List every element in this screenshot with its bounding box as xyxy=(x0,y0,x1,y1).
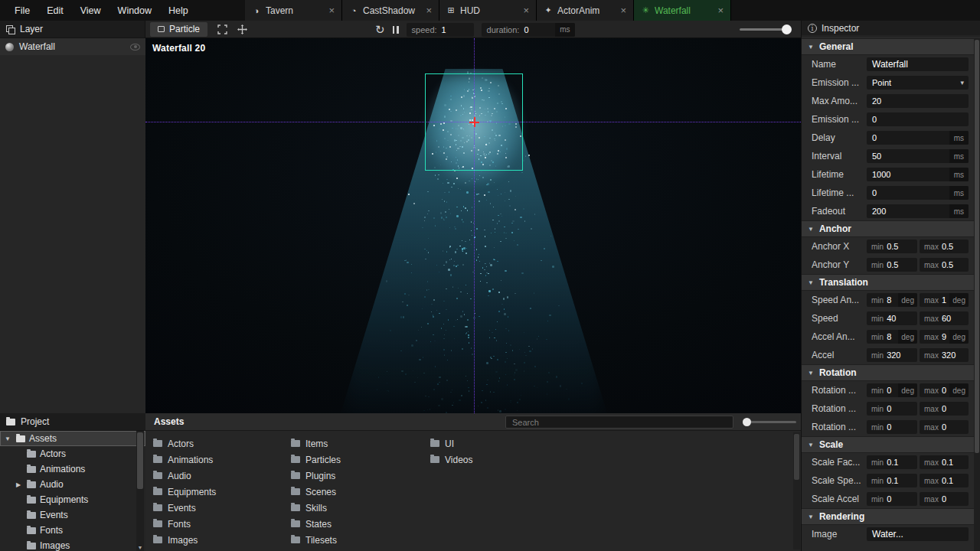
zoom-slider[interactable] xyxy=(740,28,790,31)
section-header-rendering[interactable]: ▼Rendering xyxy=(802,508,975,525)
section-header-scale[interactable]: ▼Scale xyxy=(802,436,975,453)
min-field[interactable]: min0 xyxy=(867,492,917,506)
center-view-icon[interactable] xyxy=(237,24,247,34)
tab-close-icon[interactable]: × xyxy=(620,5,626,16)
inspector-scrollbar[interactable] xyxy=(974,38,980,551)
asset-folder-particles[interactable]: Particles xyxy=(291,452,341,468)
min-field[interactable]: min0.5 xyxy=(867,258,917,272)
restart-icon[interactable]: ↻ xyxy=(375,24,385,35)
tab-actoranim[interactable]: ✦ActorAnim× xyxy=(537,0,634,21)
expand-icon[interactable]: ▶ xyxy=(14,481,23,488)
max-field[interactable]: max0.1 xyxy=(920,474,969,487)
layer-item-waterfall[interactable]: Waterfall xyxy=(0,38,145,55)
speed-field[interactable]: speed: 1 xyxy=(407,23,474,37)
pause-icon[interactable] xyxy=(393,26,399,34)
asset-folder-audio[interactable]: Audio xyxy=(153,468,216,484)
asset-folder-states[interactable]: States xyxy=(291,516,341,532)
field-lifetime[interactable]: 1000ms xyxy=(867,168,969,181)
field-emission[interactable]: Point▾ xyxy=(867,76,969,90)
tree-item-fonts[interactable]: Fonts xyxy=(0,523,145,538)
expand-icon[interactable]: ▼ xyxy=(3,435,12,442)
tab-close-icon[interactable]: × xyxy=(426,5,432,16)
min-field[interactable]: min320 xyxy=(867,348,917,362)
section-header-rotation[interactable]: ▼Rotation xyxy=(802,364,975,381)
min-field[interactable]: min0 xyxy=(867,420,917,434)
tree-item-equipments[interactable]: Equipments xyxy=(0,492,145,507)
max-field[interactable]: max0deg xyxy=(920,383,969,397)
project-tree-scrollbar[interactable]: ▼ xyxy=(136,431,144,551)
max-field[interactable]: max0 xyxy=(920,402,969,416)
max-field[interactable]: max0 xyxy=(920,420,969,434)
field-interval[interactable]: 50ms xyxy=(867,149,969,163)
asset-folder-tilesets[interactable]: Tilesets xyxy=(291,532,341,548)
max-field[interactable]: max1deg xyxy=(920,293,969,307)
tree-item-animations[interactable]: Animations xyxy=(0,461,145,477)
asset-folder-events[interactable]: Events xyxy=(153,500,216,516)
tree-item-assets[interactable]: ▼Assets xyxy=(0,431,145,446)
asset-folder-images[interactable]: Images xyxy=(153,532,216,548)
tab-tavern[interactable]: ◑Tavern× xyxy=(245,0,342,21)
thumbnail-size-knob[interactable] xyxy=(743,418,751,426)
menu-help[interactable]: Help xyxy=(160,5,197,16)
section-header-translation[interactable]: ▼Translation xyxy=(802,274,975,291)
tab-hud[interactable]: ⊞HUD× xyxy=(439,0,537,21)
max-field[interactable]: max0 xyxy=(920,492,969,506)
field-fadeout[interactable]: 200ms xyxy=(867,204,969,218)
scrollbar-thumb[interactable] xyxy=(975,40,979,453)
min-field[interactable]: min40 xyxy=(867,311,917,325)
zoom-slider-knob[interactable] xyxy=(782,24,792,34)
max-field[interactable]: max9deg xyxy=(920,330,969,344)
asset-folder-items[interactable]: Items xyxy=(291,435,341,452)
scrollbar-thumb[interactable] xyxy=(137,432,143,489)
min-field[interactable]: min0 xyxy=(867,402,917,416)
section-header-general[interactable]: ▼General xyxy=(802,38,975,55)
fullscreen-icon[interactable] xyxy=(217,24,227,34)
field-emission[interactable]: 0 xyxy=(867,112,969,126)
asset-folder-actors[interactable]: Actors xyxy=(153,435,216,452)
asset-folder-animations[interactable]: Animations xyxy=(153,452,216,468)
min-field[interactable]: min0.1 xyxy=(867,474,917,487)
scrollbar-thumb[interactable] xyxy=(794,434,799,480)
tab-close-icon[interactable]: × xyxy=(523,5,529,16)
assets-scrollbar[interactable] xyxy=(793,432,800,549)
tab-close-icon[interactable]: × xyxy=(717,5,724,16)
asset-folder-ui[interactable]: UI xyxy=(430,435,472,452)
asset-folder-scenes[interactable]: Scenes xyxy=(291,484,341,500)
max-field[interactable]: max320 xyxy=(920,348,969,362)
field-lifetime[interactable]: 0ms xyxy=(867,186,969,200)
tab-castshadow[interactable]: ◔CastShadow× xyxy=(342,0,439,21)
particle-canvas[interactable]: Waterfall 20 xyxy=(145,38,801,413)
min-field[interactable]: min8deg xyxy=(867,330,917,344)
field-max-amo[interactable]: 20 xyxy=(867,94,969,108)
asset-folder-skills[interactable]: Skills xyxy=(291,500,341,516)
scroll-down-icon[interactable]: ▼ xyxy=(136,545,144,550)
field-delay[interactable]: 0ms xyxy=(867,131,969,145)
thumbnail-size-slider[interactable] xyxy=(744,421,796,423)
asset-folder-plugins[interactable]: Plugins xyxy=(291,468,341,484)
asset-folder-fonts[interactable]: Fonts xyxy=(153,516,216,532)
min-field[interactable]: min8deg xyxy=(867,293,917,307)
field-name[interactable]: Waterfall xyxy=(867,57,969,71)
asset-folder-equipments[interactable]: Equipments xyxy=(153,484,216,500)
menu-view[interactable]: View xyxy=(72,5,109,16)
min-field[interactable]: min0.1 xyxy=(867,455,917,469)
section-header-anchor[interactable]: ▼Anchor xyxy=(802,220,975,237)
search-input[interactable] xyxy=(505,416,733,429)
duration-field[interactable]: duration: 0 ms xyxy=(482,23,575,37)
menu-file[interactable]: File xyxy=(6,5,38,16)
max-field[interactable]: max0.5 xyxy=(920,258,969,272)
visibility-eye-icon[interactable] xyxy=(130,44,140,51)
field-image[interactable]: Water... xyxy=(867,527,969,541)
max-field[interactable]: max60 xyxy=(920,311,969,325)
max-field[interactable]: max0.1 xyxy=(920,455,969,469)
tab-close-icon[interactable]: × xyxy=(328,5,335,16)
min-field[interactable]: min0.5 xyxy=(867,240,917,253)
max-field[interactable]: max0.5 xyxy=(920,240,969,253)
particle-view-tab[interactable]: Particle xyxy=(150,22,207,37)
tree-item-audio[interactable]: ▶Audio xyxy=(0,477,145,492)
menu-edit[interactable]: Edit xyxy=(38,5,72,16)
asset-folder-videos[interactable]: Videos xyxy=(430,452,472,468)
tree-item-actors[interactable]: Actors xyxy=(0,446,145,461)
tree-item-events[interactable]: Events xyxy=(0,507,145,523)
min-field[interactable]: min0deg xyxy=(867,383,917,397)
